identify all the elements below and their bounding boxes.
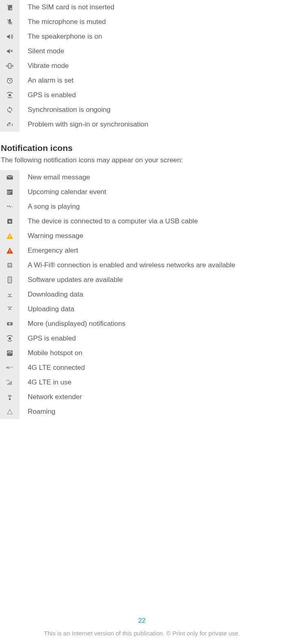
page-content: The SIM card is not insertedThe micropho… (0, 0, 284, 419)
hotspot-icon (0, 346, 20, 360)
table-row: Software updates are available (0, 273, 284, 287)
roaming-icon (0, 404, 20, 419)
icon-description: Synchronisation is ongoing (20, 106, 110, 114)
svg-rect-43 (10, 382, 11, 385)
table-row: Silent mode (0, 44, 284, 59)
gps-icon (0, 88, 20, 103)
svg-rect-19 (9, 193, 10, 194)
icon-description: A song is playing (20, 203, 80, 211)
svg-text:4G: 4G (6, 366, 10, 369)
icon-description: An alarm is set (20, 76, 73, 85)
music-icon (0, 199, 20, 214)
icon-description: 4G LTE connected (20, 364, 85, 372)
table-row: Network extender (0, 390, 284, 404)
lte-connected-icon: 4GLTE (0, 360, 20, 375)
svg-rect-28 (9, 278, 11, 282)
table-row: Emergency alert (0, 243, 284, 258)
table-row: Uploading data (0, 302, 284, 317)
table-row: !Problem with sign-in or synchronisation (0, 117, 284, 132)
mic-muted-icon (0, 15, 20, 29)
table-row: A Wi-Fi® connection is enabled and wirel… (0, 258, 284, 273)
icon-description: Software updates are available (20, 276, 123, 284)
download-icon (0, 287, 20, 302)
silent-mode-icon (0, 44, 20, 59)
icon-description: Roaming (20, 408, 55, 416)
alarm-icon (0, 73, 20, 88)
icon-description: More (undisplayed) notifications (20, 320, 125, 328)
icon-description: Mobile hotspot on (20, 349, 82, 357)
icon-description: Network extender (20, 393, 82, 401)
usb-icon (0, 214, 20, 229)
svg-point-26 (9, 266, 10, 267)
svg-rect-42 (9, 383, 9, 385)
wifi-icon (0, 258, 20, 273)
notification-icons-heading: Notification icons (0, 132, 284, 156)
icon-description: Problem with sign-in or synchronisation (20, 120, 148, 129)
warning-yellow-icon (0, 229, 20, 243)
table-row: The speakerphone is on (0, 29, 284, 44)
sync-icon (0, 103, 20, 117)
icon-description: Uploading data (20, 305, 74, 313)
icon-description: The SIM card is not inserted (20, 3, 114, 11)
svg-point-35 (9, 337, 11, 340)
svg-rect-5 (9, 63, 11, 68)
table-row: Vibrate mode (0, 59, 284, 73)
table-row: Roaming (0, 404, 284, 419)
svg-rect-16 (9, 191, 10, 192)
email-icon (0, 170, 20, 185)
notification-icon-table: New email messageUpcoming calendar event… (0, 170, 284, 419)
icon-description: Silent mode (20, 47, 64, 55)
svg-rect-23 (9, 250, 10, 252)
svg-rect-15 (8, 191, 9, 192)
table-row: Upcoming calendar event (0, 185, 284, 199)
more-notifications-icon (0, 317, 20, 331)
speakerphone-icon (0, 29, 20, 44)
svg-rect-18 (8, 193, 9, 194)
table-row: More (undisplayed) notifications (0, 317, 284, 331)
sync-problem-icon: ! (0, 117, 20, 132)
svg-rect-31 (8, 307, 12, 308)
svg-point-11 (9, 94, 11, 96)
table-row: 4GLTE4G LTE connected (0, 360, 284, 375)
table-row: GPS is enabled (0, 88, 284, 103)
svg-rect-41 (7, 384, 8, 385)
svg-rect-30 (8, 297, 12, 297)
software-update-icon (0, 273, 20, 287)
lte-inuse-icon: LTE (0, 375, 20, 390)
svg-rect-24 (9, 252, 10, 253)
svg-text:!: ! (12, 123, 13, 127)
table-row: LTE4G LTE in use (0, 375, 284, 390)
gps-icon (0, 331, 20, 346)
svg-rect-17 (11, 191, 11, 192)
footer-note: This is an Internet version of this publ… (0, 630, 284, 637)
svg-point-29 (9, 282, 10, 283)
icon-description: Upcoming calendar event (20, 188, 106, 196)
svg-rect-21 (9, 235, 10, 237)
table-row: The microphone is muted (0, 15, 284, 29)
table-row: The SIM card is not inserted (0, 0, 284, 15)
table-row: A song is playing (0, 199, 284, 214)
no-sim-icon (0, 0, 20, 15)
svg-rect-14 (7, 190, 13, 195)
warning-red-icon (0, 243, 20, 258)
notification-icons-sub: The following notification icons may app… (0, 156, 284, 170)
svg-rect-34 (8, 323, 11, 324)
icon-description: The microphone is muted (20, 18, 106, 26)
network-extender-icon (0, 390, 20, 404)
table-row: Mobile hotspot on (0, 346, 284, 360)
icon-description: The speakerphone is on (20, 33, 102, 41)
table-row: An alarm is set (0, 73, 284, 88)
icon-description: 4G LTE in use (20, 378, 71, 386)
table-row: Synchronisation is ongoing (0, 103, 284, 117)
icon-description: Warning message (20, 232, 83, 240)
table-row: Downloading data (0, 287, 284, 302)
calendar-icon (0, 185, 20, 199)
svg-text:LTE: LTE (6, 380, 9, 382)
icon-description: A Wi-Fi® connection is enabled and wirel… (20, 261, 236, 269)
svg-rect-44 (11, 381, 12, 385)
icon-description: GPS is enabled (20, 91, 76, 99)
icon-description: GPS is enabled (20, 334, 76, 343)
table-row: Warning message (0, 229, 284, 243)
icon-description: The device is connected to a computer vi… (20, 217, 198, 225)
page-number: 22 (0, 617, 284, 624)
